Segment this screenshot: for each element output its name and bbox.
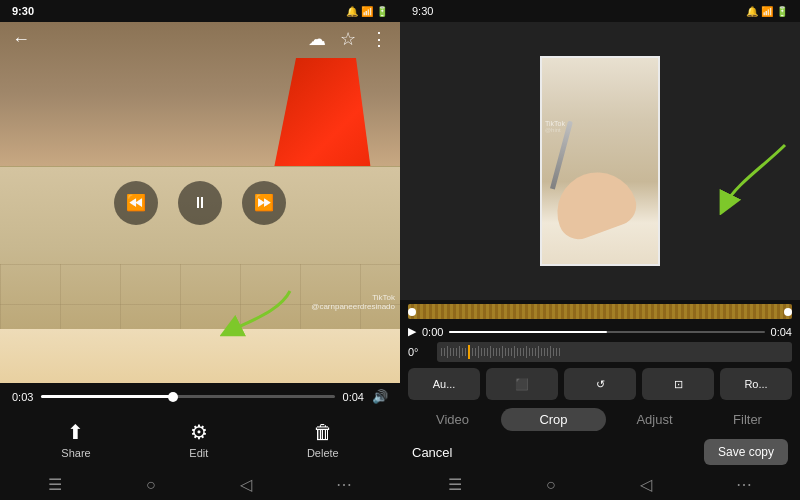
- tab-filter[interactable]: Filter: [703, 408, 792, 431]
- upload-icon[interactable]: ☁: [308, 28, 326, 50]
- rotate-button[interactable]: ↺: [564, 368, 636, 400]
- time-left: 9:30: [12, 5, 34, 17]
- bottom-bar-right: Cancel Save copy: [400, 435, 800, 469]
- video-area-left: TikTok @carnpaneerdresinado ⏪ ⏸ ⏩: [0, 22, 400, 383]
- tab-video[interactable]: Video: [408, 408, 497, 431]
- back-icon-left[interactable]: ◁: [240, 475, 252, 494]
- delete-action[interactable]: 🗑 Delete: [307, 421, 339, 459]
- status-icons-right: 🔔 📶 🔋: [746, 6, 788, 17]
- rotation-track[interactable]: [437, 342, 792, 362]
- watermark-user: @carnpaneerdresinado: [311, 302, 395, 311]
- left-panel: 9:30 🔔 📶 🔋 ← ☁ ☆ ⋮ TikTok @carnpaneerdre…: [0, 0, 400, 500]
- more-icon-right[interactable]: ⋯: [736, 475, 752, 494]
- watermark-brand: TikTok: [311, 293, 395, 302]
- more-icon[interactable]: ⋮: [370, 28, 388, 50]
- status-bar-left: 9:30 🔔 📶 🔋: [0, 0, 400, 22]
- right-panel: 9:30 🔔 📶 🔋 TikTok @hint: [400, 0, 800, 500]
- more-icon-left[interactable]: ⋯: [336, 475, 352, 494]
- top-nav-left: ← ☁ ☆ ⋮: [0, 22, 400, 56]
- play-bar-right: ▶ 0:00 0:04: [400, 323, 800, 340]
- reset-button[interactable]: Ro...: [720, 368, 792, 400]
- back-icon-right[interactable]: ◁: [640, 475, 652, 494]
- rewind-button[interactable]: ⏪: [114, 181, 158, 225]
- play-icon-right[interactable]: ▶: [408, 325, 416, 338]
- share-label: Share: [61, 447, 90, 459]
- toolbar-right: Au... ⬛ ↺ ⊡ Ro...: [400, 364, 800, 404]
- crop-frame[interactable]: TikTok @hint: [540, 56, 660, 266]
- bottom-area-left: 0:03 0:04 🔊 ⬆ Share ⚙ Edit 🗑 Delete: [0, 383, 400, 469]
- back-icon[interactable]: ←: [12, 29, 30, 50]
- progress-track-right[interactable]: [449, 331, 764, 333]
- status-icons-left: 🔔 📶 🔋: [346, 6, 388, 17]
- total-time-left: 0:04: [343, 391, 364, 403]
- time-right: 9:30: [412, 5, 433, 17]
- delete-icon: 🗑: [313, 421, 333, 444]
- playback-controls: ⏪ ⏸ ⏩: [114, 181, 286, 225]
- edit-icon: ⚙: [190, 420, 208, 444]
- progress-fill-right: [449, 331, 607, 333]
- sys-nav-left: ☰ ○ ◁ ⋯: [0, 469, 400, 500]
- delete-label: Delete: [307, 447, 339, 459]
- home-icon-left[interactable]: ○: [146, 476, 156, 494]
- watermark-right: TikTok @hint: [545, 120, 565, 133]
- timeline-bar-left: 0:03 0:04 🔊: [12, 389, 388, 404]
- crop-tool-button[interactable]: ⊡: [642, 368, 714, 400]
- crop-video-content: TikTok @hint: [542, 58, 658, 264]
- menu-icon-left[interactable]: ☰: [48, 475, 62, 494]
- rotation-ticks: [437, 342, 792, 362]
- timeline-thumb-start[interactable]: [408, 308, 416, 316]
- green-arrow-annotation-right: [715, 135, 795, 215]
- tab-adjust[interactable]: Adjust: [610, 408, 699, 431]
- frame-icon: ⬛: [515, 378, 529, 391]
- share-action[interactable]: ⬆ Share: [61, 420, 90, 459]
- tabs-right: Video Crop Adjust Filter: [400, 404, 800, 435]
- tab-crop[interactable]: Crop: [501, 408, 606, 431]
- timeline-strip-right[interactable]: [408, 304, 792, 319]
- nav-right-icons: ☁ ☆ ⋮: [308, 28, 388, 50]
- current-time-right: 0:00: [422, 326, 443, 338]
- menu-icon-right[interactable]: ☰: [448, 475, 462, 494]
- auto-button[interactable]: Au...: [408, 368, 480, 400]
- save-copy-button[interactable]: Save copy: [704, 439, 788, 465]
- total-time-right: 0:04: [771, 326, 792, 338]
- crop-icon: ⊡: [674, 378, 683, 391]
- hand-shape: [546, 161, 642, 245]
- sys-nav-right: ☰ ○ ◁ ⋯: [400, 469, 800, 500]
- rotation-label: 0°: [408, 346, 433, 358]
- rotation-control: 0°: [400, 340, 800, 364]
- timeline-fill-right: [408, 304, 792, 319]
- status-bar-right: 9:30 🔔 📶 🔋: [400, 0, 800, 22]
- cancel-button[interactable]: Cancel: [412, 445, 452, 460]
- timeline-thumb-end[interactable]: [784, 308, 792, 316]
- current-time-left: 0:03: [12, 391, 33, 403]
- frame-button[interactable]: ⬛: [486, 368, 558, 400]
- action-bar-left: ⬆ Share ⚙ Edit 🗑 Delete: [12, 412, 388, 463]
- progress-fill-left: [41, 395, 173, 398]
- share-icon: ⬆: [67, 420, 84, 444]
- forward-button[interactable]: ⏩: [242, 181, 286, 225]
- rotate-icon: ↺: [596, 378, 605, 391]
- progress-thumb-left[interactable]: [168, 392, 178, 402]
- home-icon-right[interactable]: ○: [546, 476, 556, 494]
- edit-action[interactable]: ⚙ Edit: [189, 420, 208, 459]
- edit-label: Edit: [189, 447, 208, 459]
- watermark-left: TikTok @carnpaneerdresinado: [311, 293, 395, 311]
- pause-button[interactable]: ⏸: [178, 181, 222, 225]
- video-preview-area: TikTok @hint: [400, 22, 800, 300]
- star-icon[interactable]: ☆: [340, 28, 356, 50]
- volume-icon[interactable]: 🔊: [372, 389, 388, 404]
- progress-track-left[interactable]: [41, 395, 334, 398]
